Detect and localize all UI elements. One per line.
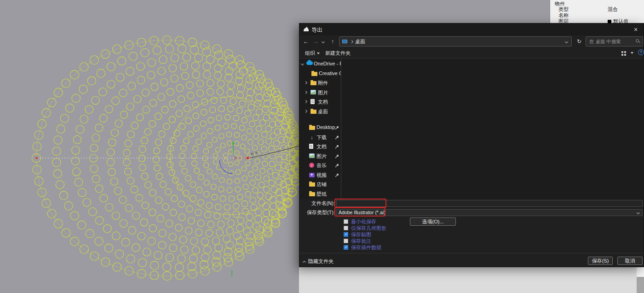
checkbox-checked-icon[interactable] [344, 245, 348, 250]
pin-icon [335, 163, 339, 169]
object-properties-panel: 物件 类型 混合 名称 图层 默认值 [550, 0, 644, 23]
pin-icon [335, 154, 339, 159]
layer-color-swatch [608, 20, 611, 23]
sidebar-item-label: Creative Clou [319, 70, 341, 76]
sidebar-item-下载[interactable]: ↓下载 [299, 133, 341, 142]
search-input[interactable]: 在 桌面 中搜索 [586, 36, 643, 47]
pin-icon [335, 125, 339, 131]
option-最小化保存[interactable]: 最小化保存 [344, 219, 376, 224]
hide-folders-button[interactable]: 隐藏文件夹 [303, 258, 334, 265]
view-grid-icon[interactable] [621, 51, 623, 53]
chevron-down-icon [317, 53, 320, 54]
desktop-icon [342, 40, 347, 43]
folder-icon [311, 72, 317, 76]
sidebar-item-桌面[interactable]: 桌面 [299, 107, 341, 116]
folder-icon [309, 126, 315, 130]
up-icon[interactable]: ↑ [328, 36, 337, 47]
help-icon[interactable] [638, 49, 644, 55]
sidebar-item-文档[interactable]: 文档 [299, 142, 341, 151]
expander-down-icon[interactable] [301, 62, 304, 65]
option-保存贴图[interactable]: 保存贴图 [344, 232, 371, 237]
sidebar-item-店铺[interactable]: 店铺 [299, 180, 341, 189]
dialog-titlebar[interactable]: 导出 × [299, 23, 644, 35]
address-bar[interactable]: 桌面 [339, 36, 572, 47]
sidebar-item-label: Desktop [316, 124, 335, 130]
checkbox-unchecked-icon[interactable] [344, 219, 348, 224]
dialog-body: OneDrive - PerCreative Clou附件图片文档桌面Deskt… [299, 59, 644, 199]
sidebar-item-Desktop[interactable]: Desktop [299, 123, 341, 132]
folder-icon [309, 182, 315, 187]
savetype-chevron-icon [637, 211, 640, 214]
sidebar-item-label: 店铺 [316, 181, 327, 188]
expander-right-icon[interactable] [304, 100, 307, 103]
view-chevron-icon[interactable] [631, 52, 633, 54]
savetype-select[interactable]: Adobe Illustrator (*.ai) [336, 209, 643, 216]
checkbox-checked-icon[interactable] [344, 232, 348, 237]
music-icon: ♪ [309, 163, 314, 168]
pin-icon [335, 173, 339, 178]
cancel-button[interactable]: 取消 [617, 257, 643, 265]
option-label: 保存插件数据 [351, 244, 381, 251]
organize-button[interactable]: 组织 [305, 49, 320, 57]
pin-icon [335, 144, 339, 150]
expander-right-icon[interactable] [304, 109, 307, 112]
download-icon: ↓ [309, 135, 315, 140]
breadcrumb-chevron-icon[interactable] [350, 40, 353, 43]
options-button[interactable]: 选项(O)... [410, 217, 456, 226]
option-保存插件数据[interactable]: 保存插件数据 [344, 245, 381, 250]
layer-name: 默认值 [613, 18, 628, 23]
pictures-icon [309, 153, 315, 158]
sidebar-item-label: 下载 [316, 134, 327, 141]
new-folder-button[interactable]: 新建文件夹 [325, 49, 351, 57]
filename-label: 文件名(N): [299, 200, 335, 206]
back-icon[interactable]: ← [301, 36, 310, 47]
option-label: 保存批注 [351, 238, 371, 245]
expander-right-icon[interactable] [304, 90, 307, 94]
folder-icon [309, 192, 315, 196]
sidebar-item-OneDrive - Per[interactable]: OneDrive - Per [299, 59, 341, 69]
pictures-icon [310, 90, 316, 94]
option-保存批注[interactable]: 保存批注 [344, 238, 371, 244]
save-button[interactable]: 保存(S) [588, 257, 613, 265]
sidebar-item-图片[interactable]: 图片 [299, 88, 341, 97]
status-strip [299, 267, 644, 293]
option-label: 仅保存几何图形 [351, 225, 386, 232]
file-list[interactable] [341, 59, 644, 199]
sidebar-item-壁纸[interactable]: 壁纸 [299, 189, 341, 199]
scrollbar-track[interactable] [637, 267, 644, 277]
recent-locations-icon[interactable] [322, 40, 325, 43]
sidebar-item-label: 图片 [316, 153, 327, 160]
export-dialog: 导出 × ← → ↑ 桌面 ↻ 在 桌面 中搜索 组织 新建文件夹 O [299, 23, 644, 267]
filename-input[interactable] [336, 200, 643, 207]
option-label: 保存贴图 [351, 231, 371, 238]
refresh-icon[interactable]: ↻ [575, 36, 584, 47]
checkbox-unchecked-icon[interactable] [344, 239, 348, 243]
option-仅保存几何图形[interactable]: 仅保存几何图形 [344, 225, 386, 231]
sidebar-item-Creative Clou[interactable]: Creative Clou [299, 69, 341, 78]
sidebar-item-label: 图片 [318, 89, 328, 96]
checkbox-unchecked-icon[interactable] [344, 226, 348, 230]
chevron-up-icon [303, 261, 306, 264]
document-icon [309, 144, 313, 149]
close-icon[interactable]: × [628, 23, 644, 35]
scrollbar-corner [637, 277, 644, 293]
sidebar-item-视频[interactable]: 视频 [299, 170, 341, 180]
address-dropdown-icon[interactable] [565, 40, 568, 43]
document-icon [310, 99, 315, 104]
onedrive-icon [306, 61, 313, 65]
sidebar-item-音乐[interactable]: ♪音乐 [299, 161, 341, 170]
folder-icon [310, 81, 316, 85]
breadcrumb[interactable]: 桌面 [355, 37, 365, 46]
expander-right-icon[interactable] [304, 81, 307, 84]
sidebar-item-图片[interactable]: 图片 [299, 152, 341, 161]
property-label: 图层 [558, 18, 569, 23]
forward-icon[interactable]: → [311, 36, 321, 47]
search-icon [636, 39, 639, 42]
sidebar-item-label: 文档 [318, 99, 328, 105]
sidebar-item-label: OneDrive - Per [314, 61, 341, 66]
sidebar-item-文档[interactable]: 文档 [299, 97, 341, 106]
dialog-toolbar: 组织 新建文件夹 [299, 47, 644, 59]
app-icon [303, 26, 309, 33]
sidebar-item-附件[interactable]: 附件 [299, 78, 341, 88]
layer-value[interactable]: 默认值 [608, 18, 628, 23]
